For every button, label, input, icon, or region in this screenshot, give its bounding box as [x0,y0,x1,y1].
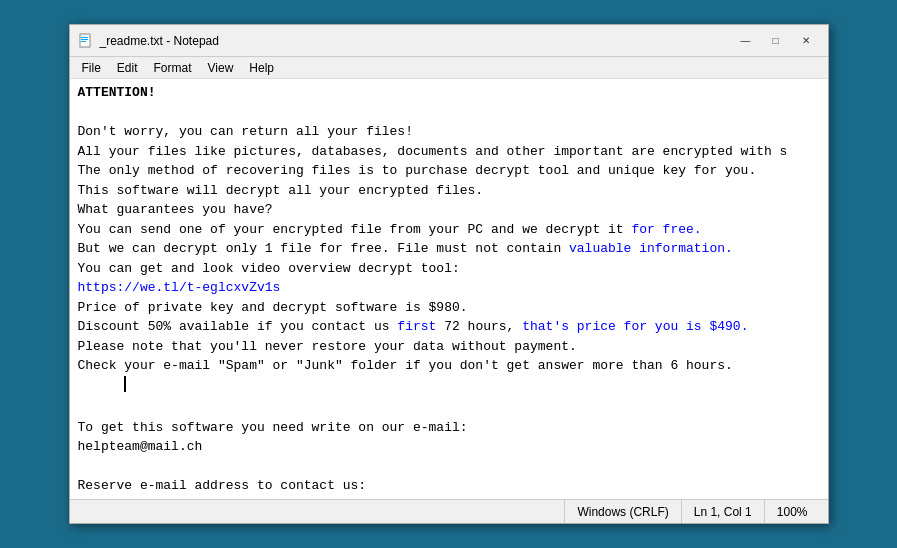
close-button[interactable]: ✕ [792,31,820,51]
valuable-blue: valuable information. [569,241,733,256]
notepad-window: _readme.txt - Notepad — □ ✕ File Edit Fo… [69,24,829,524]
menu-view[interactable]: View [200,59,242,77]
thats-blue: that's price for you is $490. [522,319,748,334]
editor-content: ATTENTION! Don't worry, you can return a… [78,83,820,499]
svg-rect-0 [80,34,90,47]
link-blue: https://we.tl/t-eglcxvZv1s [78,280,281,295]
app-icon [78,33,94,49]
attention-heading: ATTENTION! [78,85,156,100]
statusbar: Windows (CRLF) Ln 1, Col 1 100% [70,499,828,523]
zoom-status: 100% [764,500,820,523]
text-cursor [124,376,126,392]
svg-rect-3 [81,41,86,42]
menu-file[interactable]: File [74,59,109,77]
svg-rect-2 [81,39,88,40]
titlebar-buttons: — □ ✕ [732,31,820,51]
minimize-button[interactable]: — [732,31,760,51]
titlebar: _readme.txt - Notepad — □ ✕ [70,25,828,57]
for-free-blue: for free. [631,222,701,237]
menu-help[interactable]: Help [241,59,282,77]
first-blue: first [397,319,436,334]
menubar: File Edit Format View Help [70,57,828,79]
menu-edit[interactable]: Edit [109,59,146,77]
menu-format[interactable]: Format [146,59,200,77]
svg-rect-1 [81,37,88,38]
maximize-button[interactable]: □ [762,31,790,51]
window-title: _readme.txt - Notepad [100,34,732,48]
position-status: Ln 1, Col 1 [681,500,764,523]
content-wrapper: ATTENTION! Don't worry, you can return a… [70,79,828,499]
text-editor[interactable]: ATTENTION! Don't worry, you can return a… [70,79,828,499]
encoding-status: Windows (CRLF) [564,500,680,523]
